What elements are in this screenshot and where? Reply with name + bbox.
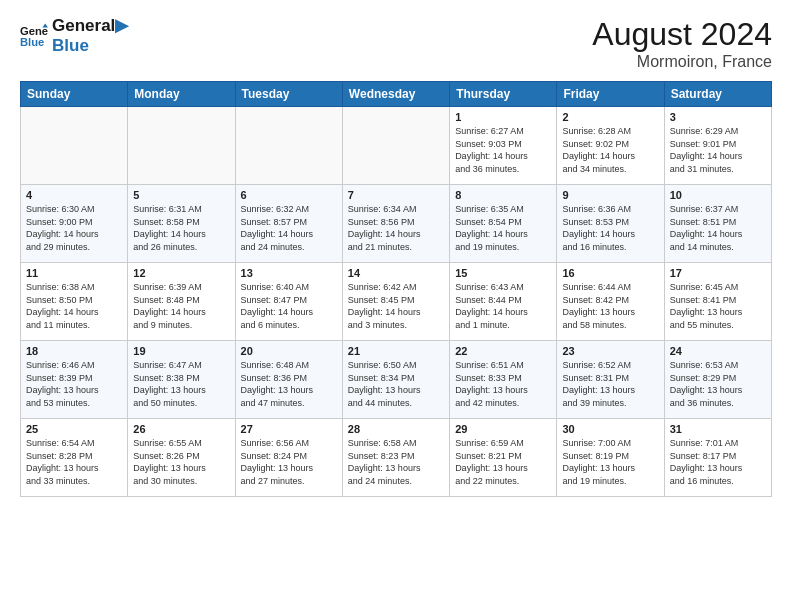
calendar-cell: 28Sunrise: 6:58 AM Sunset: 8:23 PM Dayli… xyxy=(342,419,449,497)
calendar-cell xyxy=(128,107,235,185)
day-info: Sunrise: 7:01 AM Sunset: 8:17 PM Dayligh… xyxy=(670,437,766,487)
week-row-5: 25Sunrise: 6:54 AM Sunset: 8:28 PM Dayli… xyxy=(21,419,772,497)
day-info: Sunrise: 6:30 AM Sunset: 9:00 PM Dayligh… xyxy=(26,203,122,253)
week-row-3: 11Sunrise: 6:38 AM Sunset: 8:50 PM Dayli… xyxy=(21,263,772,341)
day-number: 30 xyxy=(562,423,658,435)
weekday-header-tuesday: Tuesday xyxy=(235,82,342,107)
calendar-cell: 24Sunrise: 6:53 AM Sunset: 8:29 PM Dayli… xyxy=(664,341,771,419)
subtitle: Mormoiron, France xyxy=(592,53,772,71)
day-info: Sunrise: 6:53 AM Sunset: 8:29 PM Dayligh… xyxy=(670,359,766,409)
day-info: Sunrise: 6:59 AM Sunset: 8:21 PM Dayligh… xyxy=(455,437,551,487)
day-info: Sunrise: 6:47 AM Sunset: 8:38 PM Dayligh… xyxy=(133,359,229,409)
calendar-cell: 4Sunrise: 6:30 AM Sunset: 9:00 PM Daylig… xyxy=(21,185,128,263)
calendar-cell: 11Sunrise: 6:38 AM Sunset: 8:50 PM Dayli… xyxy=(21,263,128,341)
day-number: 9 xyxy=(562,189,658,201)
day-info: Sunrise: 6:37 AM Sunset: 8:51 PM Dayligh… xyxy=(670,203,766,253)
day-number: 7 xyxy=(348,189,444,201)
calendar-cell: 19Sunrise: 6:47 AM Sunset: 8:38 PM Dayli… xyxy=(128,341,235,419)
calendar-cell: 10Sunrise: 6:37 AM Sunset: 8:51 PM Dayli… xyxy=(664,185,771,263)
day-number: 27 xyxy=(241,423,337,435)
page: General Blue General▶ Blue August 2024 M… xyxy=(0,0,792,612)
day-number: 5 xyxy=(133,189,229,201)
day-number: 2 xyxy=(562,111,658,123)
calendar-cell xyxy=(235,107,342,185)
day-number: 13 xyxy=(241,267,337,279)
day-info: Sunrise: 6:29 AM Sunset: 9:01 PM Dayligh… xyxy=(670,125,766,175)
header: General Blue General▶ Blue August 2024 M… xyxy=(20,16,772,71)
day-number: 22 xyxy=(455,345,551,357)
day-info: Sunrise: 6:27 AM Sunset: 9:03 PM Dayligh… xyxy=(455,125,551,175)
calendar-cell: 15Sunrise: 6:43 AM Sunset: 8:44 PM Dayli… xyxy=(450,263,557,341)
calendar-cell: 20Sunrise: 6:48 AM Sunset: 8:36 PM Dayli… xyxy=(235,341,342,419)
day-info: Sunrise: 6:31 AM Sunset: 8:58 PM Dayligh… xyxy=(133,203,229,253)
day-number: 29 xyxy=(455,423,551,435)
weekday-header-thursday: Thursday xyxy=(450,82,557,107)
week-row-2: 4Sunrise: 6:30 AM Sunset: 9:00 PM Daylig… xyxy=(21,185,772,263)
day-info: Sunrise: 6:36 AM Sunset: 8:53 PM Dayligh… xyxy=(562,203,658,253)
day-info: Sunrise: 6:38 AM Sunset: 8:50 PM Dayligh… xyxy=(26,281,122,331)
weekday-header-sunday: Sunday xyxy=(21,82,128,107)
calendar-cell: 31Sunrise: 7:01 AM Sunset: 8:17 PM Dayli… xyxy=(664,419,771,497)
day-info: Sunrise: 6:54 AM Sunset: 8:28 PM Dayligh… xyxy=(26,437,122,487)
calendar-cell: 1Sunrise: 6:27 AM Sunset: 9:03 PM Daylig… xyxy=(450,107,557,185)
day-info: Sunrise: 6:52 AM Sunset: 8:31 PM Dayligh… xyxy=(562,359,658,409)
calendar-cell: 25Sunrise: 6:54 AM Sunset: 8:28 PM Dayli… xyxy=(21,419,128,497)
day-info: Sunrise: 6:34 AM Sunset: 8:56 PM Dayligh… xyxy=(348,203,444,253)
day-number: 10 xyxy=(670,189,766,201)
week-row-4: 18Sunrise: 6:46 AM Sunset: 8:39 PM Dayli… xyxy=(21,341,772,419)
day-number: 24 xyxy=(670,345,766,357)
day-number: 6 xyxy=(241,189,337,201)
day-info: Sunrise: 6:56 AM Sunset: 8:24 PM Dayligh… xyxy=(241,437,337,487)
day-info: Sunrise: 6:43 AM Sunset: 8:44 PM Dayligh… xyxy=(455,281,551,331)
day-info: Sunrise: 6:55 AM Sunset: 8:26 PM Dayligh… xyxy=(133,437,229,487)
day-number: 15 xyxy=(455,267,551,279)
main-title: August 2024 xyxy=(592,16,772,53)
day-number: 17 xyxy=(670,267,766,279)
day-number: 31 xyxy=(670,423,766,435)
day-info: Sunrise: 6:39 AM Sunset: 8:48 PM Dayligh… xyxy=(133,281,229,331)
calendar-cell: 22Sunrise: 6:51 AM Sunset: 8:33 PM Dayli… xyxy=(450,341,557,419)
calendar-cell: 8Sunrise: 6:35 AM Sunset: 8:54 PM Daylig… xyxy=(450,185,557,263)
day-info: Sunrise: 6:51 AM Sunset: 8:33 PM Dayligh… xyxy=(455,359,551,409)
weekday-header-row: SundayMondayTuesdayWednesdayThursdayFrid… xyxy=(21,82,772,107)
calendar-cell: 29Sunrise: 6:59 AM Sunset: 8:21 PM Dayli… xyxy=(450,419,557,497)
calendar-cell: 12Sunrise: 6:39 AM Sunset: 8:48 PM Dayli… xyxy=(128,263,235,341)
day-number: 23 xyxy=(562,345,658,357)
calendar-cell: 13Sunrise: 6:40 AM Sunset: 8:47 PM Dayli… xyxy=(235,263,342,341)
calendar-cell: 16Sunrise: 6:44 AM Sunset: 8:42 PM Dayli… xyxy=(557,263,664,341)
logo: General Blue General▶ Blue xyxy=(20,16,128,57)
day-info: Sunrise: 6:35 AM Sunset: 8:54 PM Dayligh… xyxy=(455,203,551,253)
calendar-cell: 3Sunrise: 6:29 AM Sunset: 9:01 PM Daylig… xyxy=(664,107,771,185)
day-number: 16 xyxy=(562,267,658,279)
day-info: Sunrise: 6:45 AM Sunset: 8:41 PM Dayligh… xyxy=(670,281,766,331)
day-number: 12 xyxy=(133,267,229,279)
logo-icon: General Blue xyxy=(20,22,48,50)
calendar-cell: 18Sunrise: 6:46 AM Sunset: 8:39 PM Dayli… xyxy=(21,341,128,419)
day-info: Sunrise: 7:00 AM Sunset: 8:19 PM Dayligh… xyxy=(562,437,658,487)
calendar-table: SundayMondayTuesdayWednesdayThursdayFrid… xyxy=(20,81,772,497)
weekday-header-saturday: Saturday xyxy=(664,82,771,107)
day-info: Sunrise: 6:40 AM Sunset: 8:47 PM Dayligh… xyxy=(241,281,337,331)
day-number: 11 xyxy=(26,267,122,279)
calendar-cell: 21Sunrise: 6:50 AM Sunset: 8:34 PM Dayli… xyxy=(342,341,449,419)
day-number: 18 xyxy=(26,345,122,357)
day-info: Sunrise: 6:50 AM Sunset: 8:34 PM Dayligh… xyxy=(348,359,444,409)
svg-text:Blue: Blue xyxy=(20,36,44,48)
day-number: 4 xyxy=(26,189,122,201)
day-info: Sunrise: 6:28 AM Sunset: 9:02 PM Dayligh… xyxy=(562,125,658,175)
day-number: 28 xyxy=(348,423,444,435)
calendar-cell: 9Sunrise: 6:36 AM Sunset: 8:53 PM Daylig… xyxy=(557,185,664,263)
calendar-cell: 23Sunrise: 6:52 AM Sunset: 8:31 PM Dayli… xyxy=(557,341,664,419)
calendar-cell: 14Sunrise: 6:42 AM Sunset: 8:45 PM Dayli… xyxy=(342,263,449,341)
day-info: Sunrise: 6:42 AM Sunset: 8:45 PM Dayligh… xyxy=(348,281,444,331)
day-number: 25 xyxy=(26,423,122,435)
calendar-cell: 7Sunrise: 6:34 AM Sunset: 8:56 PM Daylig… xyxy=(342,185,449,263)
weekday-header-wednesday: Wednesday xyxy=(342,82,449,107)
calendar-cell: 26Sunrise: 6:55 AM Sunset: 8:26 PM Dayli… xyxy=(128,419,235,497)
day-info: Sunrise: 6:48 AM Sunset: 8:36 PM Dayligh… xyxy=(241,359,337,409)
calendar-cell: 6Sunrise: 6:32 AM Sunset: 8:57 PM Daylig… xyxy=(235,185,342,263)
week-row-1: 1Sunrise: 6:27 AM Sunset: 9:03 PM Daylig… xyxy=(21,107,772,185)
day-number: 8 xyxy=(455,189,551,201)
calendar-cell: 5Sunrise: 6:31 AM Sunset: 8:58 PM Daylig… xyxy=(128,185,235,263)
calendar-cell: 30Sunrise: 7:00 AM Sunset: 8:19 PM Dayli… xyxy=(557,419,664,497)
